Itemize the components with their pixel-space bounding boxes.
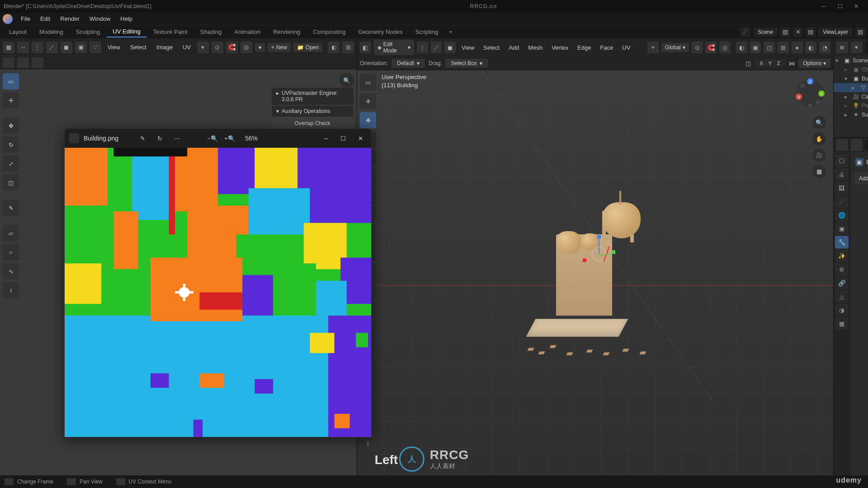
- props-breadcrumb[interactable]: ▣ Building 🖈: [854, 156, 868, 168]
- scene-field[interactable]: Scene: [753, 28, 778, 37]
- pivot-icon[interactable]: ⊙: [692, 42, 703, 53]
- tool-rip[interactable]: ▱: [3, 225, 19, 241]
- selmode-face-icon[interactable]: ◼: [444, 42, 456, 53]
- outliner-camera[interactable]: ▸🎥 Camera ◈ 👁📷: [834, 92, 868, 101]
- add-workspace-button[interactable]: +: [444, 27, 457, 37]
- shade-wire-icon[interactable]: ⊞: [778, 42, 789, 53]
- tab-compositing[interactable]: Compositing: [307, 27, 352, 37]
- vtool-cursor[interactable]: ✛: [360, 93, 376, 109]
- ptab-modifier[interactable]: 🔧: [835, 236, 849, 249]
- window-close[interactable]: ✕: [848, 3, 864, 9]
- zoom-in-icon[interactable]: +🔍: [223, 132, 236, 145]
- tool-relax-uv[interactable]: ∿: [3, 263, 19, 279]
- move-gizmo[interactable]: [585, 240, 613, 267]
- uv-display-icon[interactable]: ⊞: [342, 42, 354, 53]
- add-modifier-button[interactable]: Add Modifier▾: [854, 173, 868, 184]
- uv-menu-uv[interactable]: UV: [179, 42, 194, 52]
- uv-sync-icon[interactable]: ↔: [17, 42, 29, 53]
- ptab-world[interactable]: 🌐: [835, 209, 849, 221]
- selmode-edge-icon[interactable]: ／: [431, 42, 442, 53]
- options-dd[interactable]: Options ▾: [798, 59, 830, 68]
- sel-mode-edge-icon[interactable]: ／: [46, 42, 58, 53]
- vp-zoom-icon[interactable]: 🔍: [812, 116, 826, 129]
- window-minimize[interactable]: ─: [816, 3, 832, 9]
- sub-sel1-icon[interactable]: [3, 57, 14, 68]
- rotate-image-icon[interactable]: ↻: [154, 132, 166, 145]
- viewlayer-new-icon[interactable]: ▧: [855, 27, 865, 37]
- shade-render-icon[interactable]: ◔: [819, 42, 830, 53]
- uv-open-button[interactable]: 📁 Open: [293, 43, 322, 52]
- tool-grab-uv[interactable]: ○: [3, 244, 19, 260]
- tab-modeling[interactable]: Modeling: [33, 27, 70, 37]
- image-viewer-window[interactable]: Building.png ✎ ↻ ⋯ −🔍 +🔍 56% ─ ☐ ✕: [64, 128, 372, 437]
- uv-image-dd[interactable]: ▾: [255, 43, 265, 52]
- uv-propedit-icon[interactable]: ◎: [241, 42, 252, 53]
- uv-image-browse-icon[interactable]: ▾: [197, 42, 209, 53]
- ptab-particles[interactable]: ✨: [835, 249, 849, 262]
- outliner-scene-collection[interactable]: ▾▣ Scene Collection: [834, 56, 868, 65]
- sel-mode-island-icon[interactable]: ▣: [75, 42, 87, 53]
- shade-matprev-icon[interactable]: ◐: [806, 42, 817, 53]
- sel-mode-vert-icon[interactable]: ⋮: [32, 42, 43, 53]
- uv-new-button[interactable]: + New: [268, 43, 291, 52]
- axis-z[interactable]: Z: [774, 61, 783, 66]
- img-close-icon[interactable]: ✕: [354, 132, 367, 145]
- uv-snap-icon[interactable]: 🧲: [226, 42, 238, 53]
- vp-camera-icon[interactable]: 🎥: [812, 148, 826, 162]
- snap-icon[interactable]: 🧲: [705, 42, 717, 53]
- image-content[interactable]: [65, 148, 371, 437]
- ptab-mesh[interactable]: △: [835, 290, 849, 303]
- orientation-dd[interactable]: Default ▾: [392, 59, 425, 68]
- tab-shading[interactable]: Shading: [194, 27, 228, 37]
- vp-menu-vertex[interactable]: Vertex: [548, 43, 571, 52]
- props-search-input[interactable]: 🔍: [865, 140, 868, 150]
- outliner-building-collection[interactable]: ▾▣ Building ☑👁📷: [834, 74, 868, 83]
- axis-x[interactable]: X: [757, 61, 765, 66]
- editor-type-icon[interactable]: ▦: [3, 42, 14, 53]
- outliner-characters[interactable]: ▸▣ Characters ▽6 ☐👁📷: [834, 65, 868, 74]
- scene-new-icon[interactable]: ▧: [780, 27, 790, 37]
- tool-transform[interactable]: ◫: [3, 174, 19, 191]
- shade-solid-icon[interactable]: ●: [792, 42, 803, 53]
- tool-scale[interactable]: ⤢: [3, 155, 19, 172]
- viewlayer-icon[interactable]: ▤: [806, 27, 816, 37]
- menu-edit[interactable]: Edit: [36, 14, 55, 24]
- viewlayer-field[interactable]: ViewLayer: [818, 28, 853, 37]
- mirror-axes[interactable]: X Y Z: [755, 59, 785, 67]
- menu-window[interactable]: Window: [85, 14, 115, 24]
- viewport-canvas[interactable]: User Perspective (113) Building ▭ ✛ ✥ ↻ …: [357, 70, 833, 475]
- edit-image-icon[interactable]: ✎: [137, 132, 149, 145]
- uv-zoom-in-icon[interactable]: 🔍: [340, 73, 354, 88]
- mode-dropdown[interactable]: ◈ Edit Mode ▾: [374, 40, 414, 55]
- sticky-sel-icon[interactable]: ∵: [90, 42, 101, 53]
- tab-texture-paint[interactable]: Texture Paint: [147, 27, 194, 37]
- transform-orient-dd[interactable]: Global ▾: [661, 43, 689, 52]
- drag-dd[interactable]: Select Box ▾: [445, 59, 487, 68]
- tab-sculpting[interactable]: Sculpting: [70, 27, 106, 37]
- gizmo-icon[interactable]: ◐: [736, 42, 747, 53]
- outliner-mode-icon[interactable]: ▾: [851, 42, 863, 53]
- ptab-output[interactable]: 🖨: [835, 168, 849, 181]
- outliner-tree[interactable]: ▾▣ Scene Collection ▸▣ Characters ▽6 ☐👁📷…: [834, 56, 868, 137]
- vp-menu-uv[interactable]: UV: [619, 43, 633, 52]
- img-maximize-icon[interactable]: ☐: [337, 132, 349, 145]
- outliner-sun[interactable]: ▸☀ Sun 👁📷: [834, 110, 868, 119]
- sel-mode-face-icon[interactable]: ◼: [61, 42, 72, 53]
- vp-menu-mesh[interactable]: Mesh: [525, 43, 546, 52]
- props-pin-icon[interactable]: [851, 139, 863, 151]
- menu-file[interactable]: File: [16, 14, 35, 24]
- uvpackmaster-engine-row[interactable]: ▸UVPackmaster Engine: 3.0.6 PR: [272, 88, 353, 105]
- sub-sel2-icon[interactable]: [17, 57, 29, 68]
- propedit-icon[interactable]: ◎: [719, 42, 731, 53]
- sub-sel3-icon[interactable]: [32, 57, 43, 68]
- axis-y[interactable]: Y: [766, 61, 774, 66]
- ptab-viewlayer[interactable]: 🖼: [835, 182, 849, 194]
- xray-icon[interactable]: ◫: [764, 42, 775, 53]
- tab-uv-editing[interactable]: UV Editing: [106, 26, 146, 38]
- vp-menu-face[interactable]: Face: [597, 43, 616, 52]
- overlap-check-button[interactable]: Overlap Check: [272, 117, 353, 129]
- automerge-icon[interactable]: ⋈: [789, 60, 795, 67]
- more-options-icon[interactable]: ⋯: [171, 132, 184, 145]
- tab-rendering[interactable]: Rendering: [267, 27, 307, 37]
- ptab-scene[interactable]: ☄: [835, 195, 849, 208]
